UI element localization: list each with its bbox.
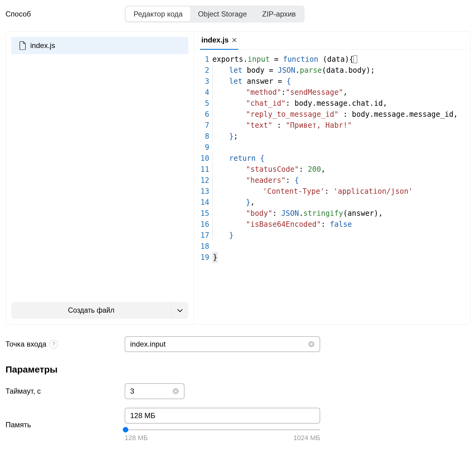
file-item-index-js[interactable]: index.js <box>11 37 188 54</box>
memory-control: 128 МБ 128 МБ 1024 МБ <box>125 408 320 442</box>
file-item-label: index.js <box>30 41 55 50</box>
file-list: index.js <box>11 37 188 302</box>
create-file-bar: Создать файл <box>11 302 188 319</box>
slider-thumb[interactable] <box>123 427 128 432</box>
memory-min-label: 128 МБ <box>125 434 148 442</box>
method-row: Способ Редактор кода Object Storage ZIP-… <box>5 6 471 23</box>
clear-icon[interactable] <box>172 388 179 395</box>
memory-value: 128 МБ <box>130 411 155 420</box>
create-file-button[interactable]: Создать файл <box>11 302 171 319</box>
method-label: Способ <box>5 10 125 18</box>
file-icon <box>19 41 26 50</box>
timeout-row: Таймаут, с 3 <box>5 383 471 399</box>
timeout-label: Таймаут, с <box>5 387 125 395</box>
entry-point-input[interactable]: index.input <box>125 336 320 352</box>
memory-label: Память <box>5 421 125 429</box>
code-area[interactable]: 12345678910111213141516171819 exports.in… <box>194 50 470 263</box>
slider-range-labels: 128 МБ 1024 МБ <box>125 434 320 442</box>
entry-point-label: Точка входа ? <box>5 340 125 348</box>
editor-panel: index.js Создать файл index.js 123456789… <box>5 31 471 325</box>
timeout-input[interactable]: 3 <box>125 383 185 399</box>
timeout-value: 3 <box>130 387 169 395</box>
code-pane: index.js 12345678910111213141516171819 e… <box>194 31 470 324</box>
chevron-down-icon <box>177 309 183 312</box>
method-opt-zip[interactable]: ZIP-архив <box>254 7 303 21</box>
method-opt-code-editor[interactable]: Редактор кода <box>126 7 190 21</box>
memory-max-label: 1024 МБ <box>293 434 320 442</box>
parameters-heading: Параметры <box>5 364 471 375</box>
editor-tabs: index.js <box>194 31 470 50</box>
memory-input[interactable]: 128 МБ <box>125 408 320 424</box>
memory-slider[interactable] <box>125 427 320 432</box>
line-numbers: 12345678910111213141516171819 <box>194 54 212 263</box>
tab-index-js[interactable]: index.js <box>200 31 238 50</box>
close-icon[interactable] <box>232 37 237 43</box>
code-content[interactable]: exports.input = function (data){let body… <box>212 54 470 263</box>
method-opt-object-storage[interactable]: Object Storage <box>190 7 254 21</box>
tab-label: index.js <box>201 36 229 44</box>
memory-row: Память 128 МБ 128 МБ 1024 МБ <box>5 408 471 442</box>
create-file-dropdown[interactable] <box>171 302 188 319</box>
clear-icon[interactable] <box>308 341 315 347</box>
method-segmented: Редактор кода Object Storage ZIP-архив <box>125 6 305 23</box>
file-tree-pane: index.js Создать файл <box>6 31 194 324</box>
slider-track <box>125 429 320 430</box>
entry-point-value: index.input <box>130 340 305 348</box>
entry-point-row: Точка входа ? index.input <box>5 336 471 352</box>
help-icon[interactable]: ? <box>49 340 58 348</box>
